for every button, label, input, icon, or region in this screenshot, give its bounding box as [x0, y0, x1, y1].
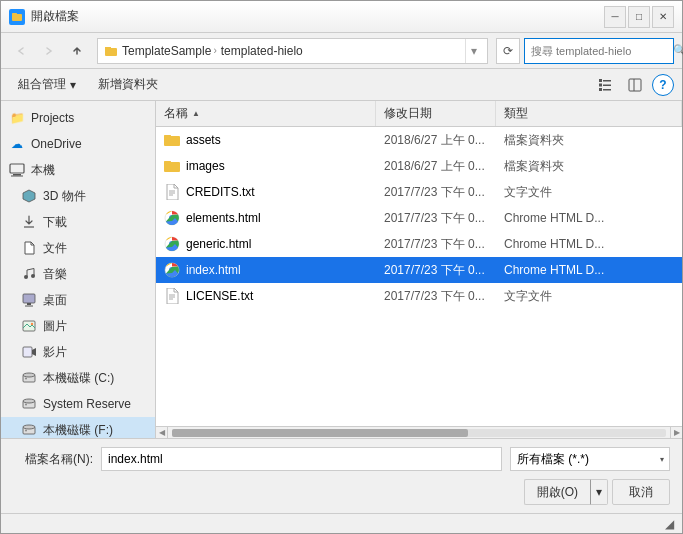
status-bar: ◢: [1, 513, 682, 533]
folder-icon: [164, 132, 180, 148]
organize-button[interactable]: 組合管理 ▾: [9, 73, 85, 97]
chrome-html-icon: [164, 210, 180, 226]
download-icon: [21, 214, 37, 230]
drive-c-icon: [21, 370, 37, 386]
help-button[interactable]: ?: [652, 74, 674, 96]
date-column-header[interactable]: 修改日期: [376, 101, 496, 126]
txt-file-icon: [164, 288, 180, 304]
sidebar-item-system-reserve[interactable]: System Reserve: [1, 391, 155, 417]
svg-point-32: [23, 425, 35, 429]
svg-rect-4: [599, 79, 602, 82]
file-row-license[interactable]: LICENSE.txt 2017/7/23 下午 0... 文字文件: [156, 283, 682, 309]
svg-point-18: [31, 274, 35, 278]
svg-point-17: [24, 275, 28, 279]
file-list: assets 2018/6/27 上午 0... 檔案資料夾 images 20…: [156, 127, 682, 426]
new-folder-button[interactable]: 新增資料夾: [89, 73, 167, 97]
open-button-group: 開啟(O) ▾: [524, 479, 608, 505]
system-drive-icon: [21, 396, 37, 412]
path-bar[interactable]: TemplateSample › templated-hielo ▾: [97, 38, 488, 64]
svg-marker-15: [23, 190, 35, 202]
hscroll-thumb[interactable]: [172, 429, 468, 437]
video-icon: [21, 344, 37, 360]
search-input[interactable]: [531, 45, 669, 57]
preview-button[interactable]: [622, 73, 648, 97]
filetype-select[interactable]: 所有檔案 (*.*): [510, 447, 670, 471]
sidebar-item-documents[interactable]: 文件: [1, 235, 155, 261]
search-icon: 🔍: [673, 44, 683, 57]
sidebar-item-desktop[interactable]: 桌面: [1, 287, 155, 313]
onedrive-icon: ☁: [9, 136, 25, 152]
view-icon: [598, 78, 612, 92]
hscroll-right-button[interactable]: ▶: [670, 427, 682, 438]
svg-rect-5: [599, 83, 602, 86]
svg-point-26: [23, 373, 35, 377]
name-column-header[interactable]: 名稱 ▲: [156, 101, 376, 126]
type-column-header[interactable]: 類型: [496, 101, 682, 126]
open-file-dialog: 開啟檔案 ─ □ ✕ TemplateSample › templated-hi…: [0, 0, 683, 534]
path-template-sample: TemplateSample ›: [122, 44, 217, 58]
second-toolbar: 組合管理 ▾ 新增資料夾 ?: [1, 69, 682, 101]
svg-rect-14: [11, 176, 23, 177]
file-row-credits[interactable]: CREDITS.txt 2017/7/23 下午 0... 文字文件: [156, 179, 682, 205]
close-button[interactable]: ✕: [652, 6, 674, 28]
drive-f-icon: [21, 422, 37, 438]
file-row-index[interactable]: index.html 2017/7/23 下午 0... Chrome HTML…: [156, 257, 682, 283]
sidebar-item-music[interactable]: 音樂: [1, 261, 155, 287]
svg-rect-2: [105, 48, 117, 56]
file-row-assets[interactable]: assets 2018/6/27 上午 0... 檔案資料夾: [156, 127, 682, 153]
minimize-button[interactable]: ─: [604, 6, 626, 28]
sidebar-item-this-pc[interactable]: 本機: [1, 157, 155, 183]
cube-icon: [21, 188, 37, 204]
svg-point-33: [25, 430, 27, 432]
file-content: 名稱 ▲ 修改日期 類型 assets: [156, 101, 682, 438]
svg-rect-20: [27, 303, 31, 305]
path-folder-icon: [104, 44, 118, 58]
title-bar: 開啟檔案 ─ □ ✕: [1, 1, 682, 33]
svg-rect-12: [10, 164, 24, 173]
sidebar-item-downloads[interactable]: 下載: [1, 209, 155, 235]
file-list-header: 名稱 ▲ 修改日期 類型: [156, 101, 682, 127]
path-dropdown-button[interactable]: ▾: [465, 39, 481, 63]
view-button[interactable]: [592, 73, 618, 97]
file-row-generic[interactable]: generic.html 2017/7/23 下午 0... Chrome HT…: [156, 231, 682, 257]
svg-rect-24: [23, 347, 32, 357]
svg-rect-19: [23, 294, 35, 303]
svg-rect-7: [603, 80, 611, 82]
search-bar[interactable]: 🔍: [524, 38, 674, 64]
file-row-images[interactable]: images 2018/6/27 上午 0... 檔案資料夾: [156, 153, 682, 179]
folder-icon: [164, 158, 180, 174]
forward-button[interactable]: [37, 39, 61, 63]
sidebar-item-drive-f[interactable]: 本機磁碟 (F:): [1, 417, 155, 438]
path-templated-hielo: templated-hielo: [221, 44, 303, 58]
maximize-button[interactable]: □: [628, 6, 650, 28]
open-dropdown-button[interactable]: ▾: [590, 479, 608, 505]
dialog-title: 開啟檔案: [31, 8, 604, 25]
filename-input[interactable]: [101, 447, 502, 471]
sidebar-item-3d-objects[interactable]: 3D 物件: [1, 183, 155, 209]
sidebar-item-pictures[interactable]: 圖片: [1, 313, 155, 339]
txt-file-icon: [164, 184, 180, 200]
action-row: 開啟(O) ▾ 取消: [13, 479, 670, 505]
svg-point-30: [25, 404, 27, 406]
horizontal-scrollbar[interactable]: ◀ ▶: [156, 426, 682, 438]
cancel-button[interactable]: 取消: [612, 479, 670, 505]
up-button[interactable]: [65, 39, 89, 63]
sidebar-item-onedrive[interactable]: ☁ OneDrive: [1, 131, 155, 157]
resize-handle[interactable]: ◢: [665, 517, 674, 531]
svg-point-27: [25, 378, 27, 380]
hscroll-left-button[interactable]: ◀: [156, 427, 168, 438]
preview-icon: [628, 78, 642, 92]
back-button[interactable]: [9, 39, 33, 63]
svg-rect-10: [629, 79, 641, 91]
chrome-html-icon: [164, 236, 180, 252]
sidebar-item-projects[interactable]: 📁 Projects: [1, 105, 155, 131]
sidebar-item-videos[interactable]: 影片: [1, 339, 155, 365]
chrome-html-icon-selected: [164, 262, 180, 278]
hscroll-track[interactable]: [172, 429, 666, 437]
open-button[interactable]: 開啟(O): [524, 479, 590, 505]
sidebar-item-drive-c[interactable]: 本機磁碟 (C:): [1, 365, 155, 391]
svg-rect-13: [13, 174, 21, 176]
file-row-elements[interactable]: elements.html 2017/7/23 下午 0... Chrome H…: [156, 205, 682, 231]
navigation-toolbar: TemplateSample › templated-hielo ▾ ⟳ 🔍: [1, 33, 682, 69]
refresh-button[interactable]: ⟳: [496, 38, 520, 64]
